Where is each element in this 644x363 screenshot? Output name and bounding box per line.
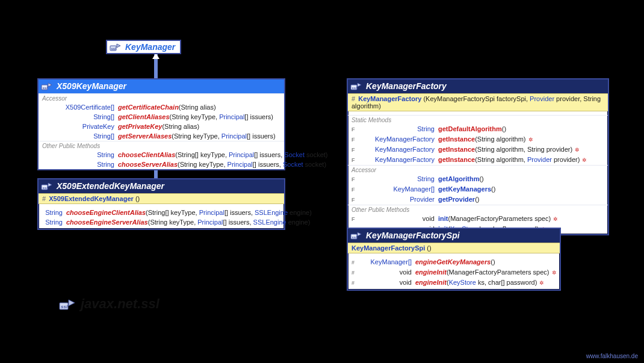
method-row: FKeyManagerFactorygetInstance (String al… [348, 134, 608, 144]
class-header: ssl X509ExtendedKeyManager [39, 179, 284, 193]
section-label: Other Public Methods [348, 205, 608, 214]
method-row: String[]getClientAliases (String keyType… [39, 112, 284, 122]
constructor-row: KeyManagerFactorySpi () [348, 243, 560, 253]
class-keymanagerfactory[interactable]: ssl KeyManagerFactory # KeyManagerFactor… [347, 78, 609, 235]
package-label: ssl javax.net.ssl [59, 296, 159, 312]
method-row: FStringgetDefaultAlgorithm () [348, 124, 608, 134]
class-header: ssl KeyManagerFactory [348, 79, 608, 93]
credit-link[interactable]: www.falkhausen.de [586, 353, 638, 359]
interface-title: KeyManager [125, 42, 175, 52]
method-row: FKeyManagerFactorygetInstance (String al… [348, 155, 608, 165]
svg-text:ssl: ssl [43, 186, 48, 190]
ssl-icon: ssl [350, 81, 362, 91]
ssl-icon: ssl [350, 231, 362, 240]
section-label: Static Methods [348, 115, 608, 124]
interface-keymanager[interactable]: ssl KeyManager [106, 40, 181, 54]
method-row: StringchooseServerAlias (String keyType,… [39, 160, 284, 169]
svg-text:ssl: ssl [61, 304, 68, 309]
class-title: KeyManagerFactory [366, 81, 447, 91]
method-row: FKeyManagerFactorygetInstance (String al… [348, 144, 608, 155]
method-row: #voidengineInit (ManagerFactoryParameter… [348, 267, 560, 278]
method-row: #KeyManager[]engineGetKeyManagers () [348, 257, 560, 267]
svg-text:ssl: ssl [111, 47, 117, 51]
class-title: KeyManagerFactorySpi [366, 231, 460, 240]
method-row: StringchooseEngineClientAlias (String[] … [39, 208, 284, 217]
method-row: StringchooseClientAlias (String[] keyTyp… [39, 150, 284, 160]
method-row: Fvoidinit (ManagerFactoryParameters spec… [348, 214, 608, 224]
section-label: Other Public Methods [39, 141, 284, 150]
svg-text:ssl: ssl [43, 86, 48, 90]
class-keymanagerfactoryspi[interactable]: ssl KeyManagerFactorySpi KeyManagerFacto… [347, 228, 561, 291]
constructor-row: # KeyManagerFactory (KeyManagerFactorySp… [348, 93, 608, 111]
class-header: ssl X509KeyManager [39, 79, 284, 93]
ssl-icon: ssl [59, 297, 76, 311]
class-title: X509ExtendedKeyManager [57, 181, 164, 191]
class-x509keymanager[interactable]: ssl X509KeyManager Accessor X509Certific… [37, 78, 285, 170]
section-label: Accessor [348, 165, 608, 174]
ssl-icon: ssl [41, 181, 53, 191]
class-header: ssl KeyManagerFactorySpi [348, 229, 560, 243]
class-x509extendedkeymanager[interactable]: ssl X509ExtendedKeyManager # X509Extende… [37, 178, 285, 230]
method-row: X509Certificate[]getCertificateChain (St… [39, 102, 284, 112]
section-label: Accessor [39, 93, 284, 102]
constructor-row: # X509ExtendedKeyManager () [39, 193, 284, 204]
svg-text:ssl: ssl [352, 235, 358, 239]
method-row: FProvidergetProvider () [348, 194, 608, 205]
svg-text:ssl: ssl [352, 86, 358, 90]
method-row: PrivateKeygetPrivateKey (String alias) [39, 122, 284, 131]
class-title: X509KeyManager [57, 81, 126, 91]
method-row: FKeyManager[]getKeyManagers () [348, 184, 608, 194]
method-row: FStringgetAlgorithm () [348, 174, 608, 184]
ssl-icon: ssl [41, 81, 53, 91]
ssl-icon: ssl [110, 42, 122, 52]
method-row: String[]getServerAliases (String keyType… [39, 131, 284, 141]
method-row: StringchooseEngineServerAlias (String ke… [39, 217, 284, 227]
method-row: #voidengineInit (KeyStore ks, char[] pas… [348, 278, 560, 288]
